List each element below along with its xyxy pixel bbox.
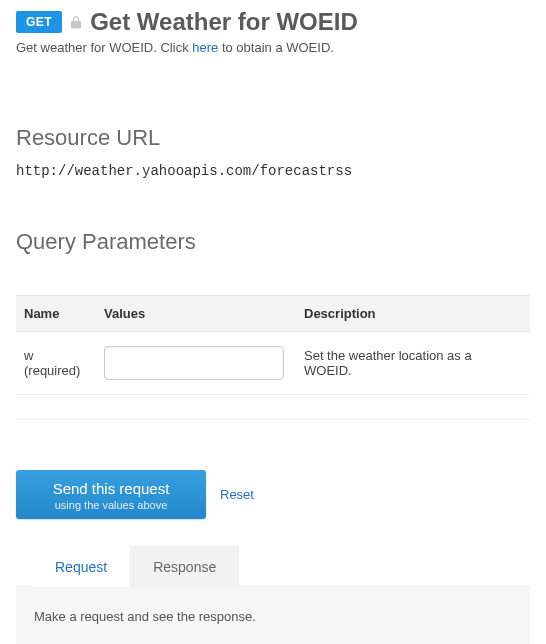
- query-parameters-heading: Query Parameters: [16, 229, 530, 255]
- tab-response[interactable]: Response: [130, 546, 239, 587]
- resource-url-heading: Resource URL: [16, 125, 530, 151]
- page-header: GET Get Weather for WOEID: [16, 8, 530, 36]
- http-method-badge: GET: [16, 11, 62, 33]
- response-placeholder-text: Make a request and see the response.: [34, 609, 256, 624]
- divider: [16, 419, 530, 420]
- param-name: w (required): [16, 332, 96, 395]
- param-value-cell: [96, 332, 296, 395]
- param-description: Set the weather location as a WOEID.: [296, 332, 530, 395]
- lock-icon: [70, 15, 82, 29]
- send-button-secondary-label: using the values above: [30, 499, 192, 511]
- query-parameters-table: Name Values Description w (required) Set…: [16, 295, 530, 395]
- reset-link[interactable]: Reset: [220, 487, 254, 502]
- column-name: Name: [16, 296, 96, 332]
- description-suffix: to obtain a WOEID.: [218, 40, 334, 55]
- tab-request[interactable]: Request: [32, 546, 130, 587]
- tabs: Request Response: [16, 545, 530, 587]
- actions-row: Send this request using the values above…: [16, 470, 530, 519]
- description-prefix: Get weather for WOEID. Click: [16, 40, 192, 55]
- page-description: Get weather for WOEID. Click here to obt…: [16, 40, 530, 55]
- obtain-woeid-link[interactable]: here: [192, 40, 218, 55]
- resource-url-value: http://weather.yahooapis.com/forecastrss: [16, 163, 530, 179]
- param-w-input[interactable]: [104, 346, 284, 380]
- response-panel: Make a request and see the response.: [16, 587, 530, 644]
- send-button-primary-label: Send this request: [30, 480, 192, 497]
- page-title: Get Weather for WOEID: [90, 8, 358, 36]
- table-row: w (required) Set the weather location as…: [16, 332, 530, 395]
- column-values: Values: [96, 296, 296, 332]
- column-description: Description: [296, 296, 530, 332]
- send-request-button[interactable]: Send this request using the values above: [16, 470, 206, 519]
